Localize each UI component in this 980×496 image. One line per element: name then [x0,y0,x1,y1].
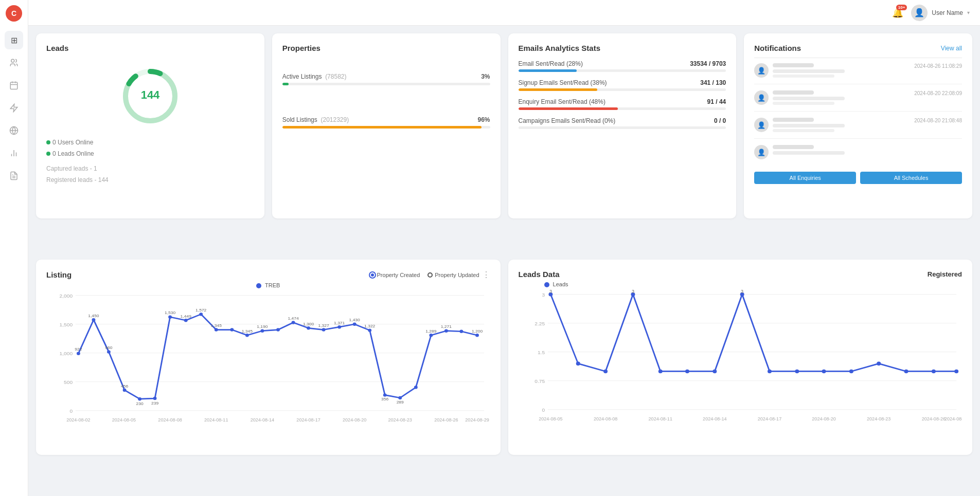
svg-point-46 [368,328,371,332]
listing-chart-legend: Property Created Property Updated [370,272,479,278]
svg-text:0: 0 [542,407,545,413]
svg-text:2024-08-14: 2024-08-14 [703,417,726,422]
svg-point-102 [685,370,689,374]
svg-point-0 [11,59,14,62]
email-rows: Email Sent/Read (28%) 33534 / 9703 Signu… [519,60,726,129]
sidebar-item-analytics[interactable] [5,99,23,117]
svg-text:2024-08-17: 2024-08-17 [757,417,781,422]
svg-text:289: 289 [397,399,404,405]
email-sent-val: 33534 / 9703 [690,60,726,67]
sidebar-item-reports[interactable] [5,167,23,185]
sidebar-item-globe[interactable] [5,121,23,140]
svg-text:2024-08-20: 2024-08-20 [812,417,835,422]
notification-button[interactable]: 🔔 10+ [892,7,903,19]
app-logo: C [6,5,22,22]
view-all-link[interactable]: View all [941,45,962,52]
leads-data-title: Leads Data [519,270,560,279]
svg-point-27 [77,352,80,355]
svg-text:2024-08-11: 2024-08-11 [648,417,672,422]
enquiry-email-row: Enquiry Email Sent/Read (48%) 91 / 44 [519,98,726,110]
svg-text:1,572: 1,572 [195,307,207,313]
content-area: Leads 144 0 Users Online 0 Leads Online … [28,26,980,496]
sold-listings-fill [282,126,482,128]
leads-online: 0 Leads Online [46,149,109,160]
enquiry-email-val: 91 / 44 [707,98,726,105]
svg-point-53 [475,334,479,337]
svg-point-98 [576,362,580,366]
svg-marker-5 [10,104,17,112]
svg-point-43 [322,328,326,331]
svg-point-52 [459,330,463,333]
legend-created-label: Property Created [377,272,420,278]
active-listings-fill [282,83,289,85]
svg-text:2024-08-29: 2024-08-29 [465,418,489,423]
svg-point-106 [795,370,799,374]
all-enquiries-button[interactable]: All Enquiries [754,172,856,184]
svg-text:1,345: 1,345 [242,328,253,334]
chevron-down-icon: ▾ [967,10,970,15]
svg-text:2024-08-26: 2024-08-26 [921,417,945,422]
svg-text:1,500: 1,500 [60,322,73,327]
svg-text:1,371: 1,371 [334,320,345,325]
sold-listings-label: Sold Listings (2012329) [282,116,349,123]
svg-point-40 [276,328,280,331]
svg-text:1,200: 1,200 [472,328,483,334]
svg-point-109 [877,362,881,366]
svg-text:0.75: 0.75 [534,378,545,384]
sidebar-item-team[interactable] [5,53,23,72]
svg-point-107 [822,370,826,374]
chart-menu-icon[interactable]: ⋮ [482,270,490,280]
svg-point-39 [260,329,264,333]
bottom-row: Listing Property Created Property Update… [36,260,972,455]
notification-buttons: All Enquiries All Schedules [754,172,962,184]
svg-text:356: 356 [381,397,389,402]
active-listings-label: Active Listings (78582) [282,73,347,80]
all-schedules-button[interactable]: All Schedules [860,172,962,184]
svg-text:0: 0 [69,408,73,414]
listing-chart-header: Listing Property Created Property Update… [46,270,490,280]
svg-point-35 [199,313,203,316]
notification-item-2: 👤 2024-08-20 22:08:09 [754,90,962,112]
campaigns-email-val: 0 / 0 [714,117,726,124]
svg-text:3: 3 [631,289,634,293]
svg-text:2.25: 2.25 [534,321,545,326]
svg-text:1,271: 1,271 [441,324,452,329]
svg-text:500: 500 [64,379,73,385]
svg-text:2024-08-08: 2024-08-08 [158,418,182,423]
svg-rect-1 [10,82,17,89]
notifications-header: Notifications View all [754,44,962,52]
svg-text:1.5: 1.5 [537,350,545,355]
svg-text:922: 922 [75,347,82,352]
svg-point-105 [768,370,772,374]
sidebar-item-dashboard[interactable]: ⊞ [5,31,23,49]
svg-point-36 [215,328,218,331]
svg-text:3: 3 [549,289,551,293]
svg-text:2024-08-08: 2024-08-08 [593,417,617,422]
notif-avatar-4: 👤 [754,145,769,159]
svg-text:1,345: 1,345 [211,323,222,328]
svg-text:1,327: 1,327 [318,323,329,328]
notif-time-3: 2024-08-20 21:08:48 [914,118,962,132]
svg-text:144: 144 [141,88,160,101]
svg-text:1,000: 1,000 [60,351,73,356]
svg-text:2024-08-05: 2024-08-05 [539,417,562,422]
signup-email-row: Signup Emails Sent/Read (38%) 341 / 130 [519,79,726,91]
leads-data-chart-card: Leads Data Registered Leads [508,260,973,455]
main-area: 🔔 10+ 👤 User Name ▾ Leads 144 [28,0,980,496]
svg-text:2024-08-05: 2024-08-05 [112,418,136,423]
sidebar-item-calendar[interactable] [5,76,23,95]
leads-stats: 0 Users Online 0 Leads Online Captured l… [46,137,109,186]
svg-text:2,000: 2,000 [60,293,73,299]
user-menu[interactable]: 👤 User Name ▾ [911,5,970,21]
leads-card: Leads 144 0 Users Online 0 Leads Online … [36,33,264,218]
leads-data-chart-header: Leads Data Registered [519,270,963,279]
sidebar-item-chart[interactable] [5,144,23,162]
svg-text:1,450: 1,450 [88,313,99,318]
listing-chart-card: Listing Property Created Property Update… [36,260,501,455]
leads-donut-container: 144 [46,65,254,127]
treb-label: TREB [46,282,490,288]
svg-text:2024-08-14: 2024-08-14 [251,418,274,423]
svg-text:239: 239 [151,400,159,406]
notification-badge: 10+ [896,5,907,10]
svg-text:1,430: 1,430 [349,318,361,323]
